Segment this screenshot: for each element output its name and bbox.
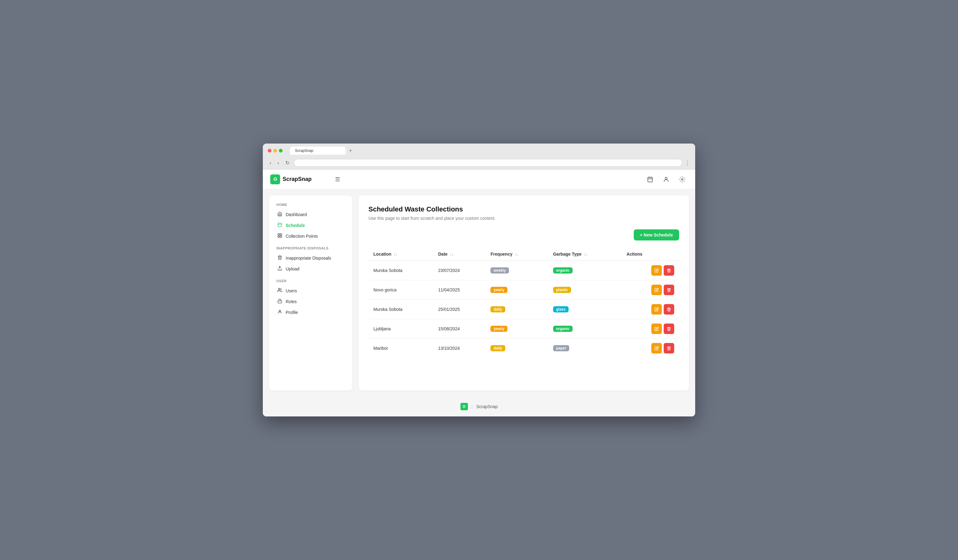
browser-tab[interactable]: ScrapSnap xyxy=(290,147,346,155)
svg-rect-13 xyxy=(280,236,282,237)
trash-icon xyxy=(277,255,282,261)
cell-actions xyxy=(622,300,679,319)
cell-location: Novo gorica xyxy=(368,280,433,300)
svg-point-4 xyxy=(665,177,668,179)
sidebar-label-profile: Profile xyxy=(285,310,298,315)
footer-brand: ScrapSnap xyxy=(476,404,498,409)
svg-point-17 xyxy=(279,310,281,312)
edit-button[interactable] xyxy=(651,343,662,353)
sidebar-label-inappropriate-disposals: Inappropriate Disposals xyxy=(285,256,331,261)
new-tab-button[interactable]: + xyxy=(347,147,354,154)
address-bar[interactable] xyxy=(294,159,682,167)
logo-icon: ♻ xyxy=(270,174,280,184)
sidebar: HOME Dashboard Schedule xyxy=(269,195,352,391)
col-garbage-type[interactable]: Garbage Type ↑↓ xyxy=(548,248,622,261)
cell-garbage-type: organic xyxy=(548,319,622,339)
svg-rect-6 xyxy=(278,223,282,227)
frequency-badge: daily xyxy=(490,345,505,351)
cell-garbage-type: paper xyxy=(548,339,622,358)
garbage-type-badge: organic xyxy=(553,267,573,274)
svg-rect-10 xyxy=(278,234,279,235)
delete-button[interactable] xyxy=(664,304,674,315)
frequency-badge: weekly xyxy=(490,267,509,274)
sidebar-item-schedule[interactable]: Schedule xyxy=(274,220,347,231)
cell-location: Murska Sobota xyxy=(368,300,433,319)
frequency-badge: daily xyxy=(490,306,505,312)
cell-garbage-type: organic xyxy=(548,261,622,280)
reload-button[interactable]: ↻ xyxy=(284,159,291,166)
sidebar-label-users: Users xyxy=(285,288,297,293)
back-button[interactable]: ‹ xyxy=(268,160,273,166)
footer-divider: | xyxy=(472,404,473,409)
cell-date: 23/07/2024 xyxy=(433,261,486,280)
table-row: Maribor 13/10/2024 daily paper xyxy=(368,339,679,358)
delete-button[interactable] xyxy=(664,343,674,353)
page-subtitle: Use this page to start from scratch and … xyxy=(368,216,679,221)
delete-button[interactable] xyxy=(664,265,674,276)
calendar-button[interactable] xyxy=(644,174,656,185)
edit-button[interactable] xyxy=(651,285,662,295)
forward-button[interactable]: › xyxy=(276,160,281,166)
col-actions: Actions xyxy=(622,248,679,261)
cell-actions xyxy=(622,261,679,280)
traffic-light-red[interactable] xyxy=(268,149,271,152)
edit-button[interactable] xyxy=(651,265,662,276)
cell-frequency: weekly xyxy=(485,261,548,280)
sidebar-item-roles[interactable]: Roles xyxy=(274,296,347,307)
table-row: Murska Sobota 25/01/2025 daily glass xyxy=(368,300,679,319)
sidebar-item-profile[interactable]: Profile xyxy=(274,307,347,318)
app-body: HOME Dashboard Schedule xyxy=(263,189,695,397)
cell-garbage-type: plastic xyxy=(548,280,622,300)
frequency-badge: yearly xyxy=(490,287,508,293)
delete-button[interactable] xyxy=(664,285,674,295)
sidebar-section-home: HOME xyxy=(274,203,347,207)
settings-button[interactable] xyxy=(677,174,688,185)
delete-button[interactable] xyxy=(664,324,674,334)
cell-date: 11/04/2025 xyxy=(433,280,486,300)
cell-garbage-type: glass xyxy=(548,300,622,319)
cell-location: Murska Sobota xyxy=(368,261,433,280)
sidebar-item-upload[interactable]: Upload xyxy=(274,263,347,274)
garbage-type-badge: organic xyxy=(553,326,573,332)
cell-frequency: daily xyxy=(485,300,548,319)
traffic-light-green[interactable] xyxy=(279,149,282,152)
traffic-light-yellow[interactable] xyxy=(273,149,277,152)
lock-icon xyxy=(277,299,282,304)
edit-button[interactable] xyxy=(651,324,662,334)
col-frequency[interactable]: Frequency ↑↓ xyxy=(485,248,548,261)
cell-location: Maribor xyxy=(368,339,433,358)
more-button[interactable]: ⋮ xyxy=(685,160,690,166)
sidebar-item-dashboard[interactable]: Dashboard xyxy=(274,209,347,220)
garbage-type-badge: glass xyxy=(553,306,569,312)
sidebar-label-upload: Upload xyxy=(285,266,299,271)
sidebar-item-inappropriate-disposals[interactable]: Inappropriate Disposals xyxy=(274,253,347,263)
sidebar-item-collection-points[interactable]: Collection Points xyxy=(274,231,347,241)
cell-actions xyxy=(622,280,679,300)
garbage-type-badge: paper xyxy=(553,345,569,351)
app-header: ♻ ScrapSnap ☰ xyxy=(263,169,695,189)
sidebar-item-users[interactable]: Users xyxy=(274,285,347,296)
cell-location: Ljubljana xyxy=(368,319,433,339)
new-schedule-button[interactable]: + New Schedule xyxy=(634,229,679,240)
svg-point-15 xyxy=(278,288,280,290)
sidebar-label-schedule: Schedule xyxy=(285,223,305,228)
upload-icon xyxy=(277,266,282,272)
sidebar-label-roles: Roles xyxy=(285,299,297,304)
cell-frequency: yearly xyxy=(485,319,548,339)
col-location[interactable]: Location ↑↓ xyxy=(368,248,433,261)
menu-toggle-button[interactable]: ☰ xyxy=(333,175,343,184)
edit-button[interactable] xyxy=(651,304,662,315)
user-button[interactable] xyxy=(661,174,672,185)
table-row: Ljubljana 15/08/2024 yearly organic xyxy=(368,319,679,339)
footer-logo-icon: ♻ xyxy=(460,403,468,410)
page-title: Scheduled Waste Collections xyxy=(368,205,679,213)
table-row: Murska Sobota 23/07/2024 weekly organic xyxy=(368,261,679,280)
logo-area: ♻ ScrapSnap ☰ xyxy=(270,174,357,184)
table-row: Novo gorica 11/04/2025 yearly plastic xyxy=(368,280,679,300)
svg-rect-0 xyxy=(648,177,653,182)
cell-date: 13/10/2024 xyxy=(433,339,486,358)
frequency-badge: yearly xyxy=(490,326,508,332)
svg-point-5 xyxy=(682,179,683,180)
col-date[interactable]: Date ↑↓ xyxy=(433,248,486,261)
sidebar-section-disposals: INAPPROPRIATE DISPOSALS xyxy=(274,246,347,250)
